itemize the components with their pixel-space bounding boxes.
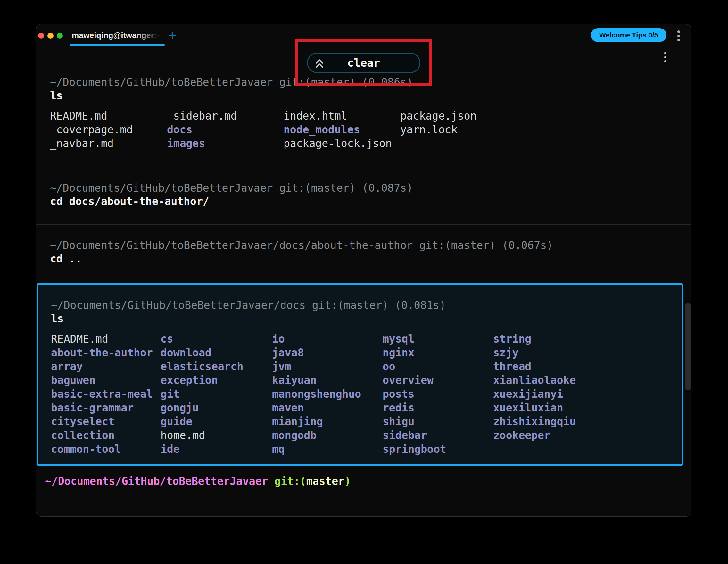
block-2-prompt-header: ~/Documents/GitHub/toBeBetterJavaergit:(…	[50, 181, 677, 195]
dir-entry: zhishixingqiu	[493, 415, 669, 428]
block-4-prompt-header: ~/Documents/GitHub/toBeBetterJavaer/docs…	[51, 299, 669, 312]
dir-entry: mq	[272, 442, 383, 456]
dir-entry: git	[161, 387, 272, 401]
block-2-git: git:(master)	[279, 182, 355, 194]
dir-entry: common-tool	[51, 442, 161, 456]
block-3-command: cd ..	[50, 252, 677, 266]
dir-entry: basic-grammar	[51, 401, 161, 415]
ls-output: README.md_sidebar.mdindex.htmlpackage.js…	[50, 109, 677, 150]
dir-entry: cs	[161, 332, 272, 346]
ls-output-row: baguwenexceptionkaiyuanoverviewxianliaol…	[51, 373, 669, 387]
dir-entry: docs	[167, 123, 284, 137]
scrollbar-thumb[interactable]	[685, 303, 691, 390]
new-tab-button[interactable]: +	[168, 24, 177, 47]
prompt-git-open: git:(	[274, 475, 306, 487]
ls-output-row: collectionhome.mdmongodbsidebarzookeeper	[51, 428, 669, 442]
file-entry: index.html	[284, 109, 400, 123]
dir-entry: sidebar	[383, 428, 493, 442]
dir-entry: download	[161, 346, 272, 360]
dir-entry: basic-extra-meal	[51, 387, 161, 401]
traffic-lights	[38, 24, 63, 47]
dir-entry: string	[493, 332, 669, 346]
prompt-branch: master	[306, 475, 344, 487]
dir-entry: array	[51, 360, 161, 373]
ls-output-row: README.md_sidebar.mdindex.htmlpackage.js…	[50, 109, 677, 123]
ls-output-row: basic-extra-mealgitmanongshenghuopostsxu…	[51, 387, 669, 401]
terminal-window: maweiqing@itwanger:~/Docum + Welcome Tip…	[36, 24, 691, 517]
terminal-content: ~/Documents/GitHub/toBeBetterJavaergit:(…	[36, 47, 691, 488]
block-menu-button[interactable]	[664, 52, 666, 62]
welcome-tips-button[interactable]: Welcome Tips 0/5	[591, 28, 666, 42]
block-4-duration: (0.081s)	[395, 299, 446, 311]
file-entry: _navbar.md	[50, 137, 167, 150]
block-3-git: git:(master)	[419, 239, 495, 252]
dir-entry: szjy	[493, 346, 669, 360]
dir-entry: springboot	[383, 442, 493, 456]
prompt-git-close: )	[344, 475, 351, 487]
dir-entry: images	[167, 137, 284, 150]
dir-entry: baguwen	[51, 373, 161, 387]
block-1-command: ls	[50, 89, 677, 103]
block-2-path: ~/Documents/GitHub/toBeBetterJavaer	[50, 182, 273, 194]
window-menu-button[interactable]	[677, 30, 680, 41]
block-2-command: cd docs/about-the-author/	[50, 195, 677, 208]
dir-entry: mianjing	[272, 415, 383, 428]
dir-entry: jvm	[272, 360, 383, 373]
file-entry: README.md	[51, 332, 161, 346]
dir-entry: xuexijianyi	[493, 387, 669, 401]
file-entry: yarn.lock	[400, 123, 677, 137]
dir-entry: posts	[383, 387, 493, 401]
command-block-4-selected[interactable]: ~/Documents/GitHub/toBeBetterJavaer/docs…	[37, 283, 683, 466]
dir-entry: mongodb	[272, 428, 383, 442]
close-button[interactable]	[38, 33, 44, 39]
tab-title: maweiqing@itwanger:~/Docum	[72, 31, 165, 40]
ls-output: README.mdcsiomysqlstringabout-the-author…	[51, 332, 669, 456]
dir-entry: xuexiluxian	[493, 401, 669, 415]
dir-entry: manongshenghuo	[272, 387, 383, 401]
dir-entry: xianliaolaoke	[493, 373, 669, 387]
file-entry: _sidebar.md	[167, 109, 284, 123]
dir-entry: java8	[272, 346, 383, 360]
block-1-path: ~/Documents/GitHub/toBeBetterJavaer	[50, 76, 273, 88]
ls-output-row: _coverpage.mddocsnode_modulesyarn.lock	[50, 123, 677, 137]
file-entry: package-lock.json	[284, 137, 400, 150]
dir-entry: guide	[161, 415, 272, 428]
dir-entry: maven	[272, 401, 383, 415]
file-entry: README.md	[50, 109, 167, 123]
block-3-prompt-header: ~/Documents/GitHub/toBeBetterJavaer/docs…	[50, 239, 677, 252]
active-tab-indicator	[70, 44, 165, 46]
file-entry: home.md	[161, 428, 272, 442]
dir-entry: ide	[161, 442, 272, 456]
ls-output-row: arrayelasticsearchjvmoothread	[51, 360, 669, 373]
dir-entry: kaiyuan	[272, 373, 383, 387]
dir-entry: collection	[51, 428, 161, 442]
ls-output-row: README.mdcsiomysqlstring	[51, 332, 669, 346]
annotation-rectangle	[295, 39, 432, 86]
shell-prompt: ~/Documents/GitHub/toBeBetterJavaergit:(…	[36, 475, 691, 488]
dir-entry: cityselect	[51, 415, 161, 428]
block-4-git: git:(master)	[312, 299, 388, 311]
dir-entry: gongju	[161, 401, 272, 415]
block-3-path: ~/Documents/GitHub/toBeBetterJavaer/docs…	[50, 239, 413, 252]
dir-entry: overview	[383, 373, 493, 387]
zoom-button[interactable]	[57, 33, 63, 39]
file-entry: _coverpage.md	[50, 123, 167, 137]
command-block-3[interactable]: ~/Documents/GitHub/toBeBetterJavaer/docs…	[36, 225, 691, 283]
minimize-button[interactable]	[47, 33, 54, 39]
command-block-2[interactable]: ~/Documents/GitHub/toBeBetterJavaergit:(…	[36, 170, 691, 225]
ls-output-row: basic-grammargongjumavenredisxuexiluxian	[51, 401, 669, 415]
ls-output-row: cityselectguidemianjingshiguzhishixingqi…	[51, 415, 669, 428]
dir-entry: redis	[383, 401, 493, 415]
block-2-duration: (0.087s)	[362, 182, 413, 194]
ls-output-row: common-toolidemqspringboot	[51, 442, 669, 456]
terminal-tab[interactable]: maweiqing@itwanger:~/Docum	[70, 24, 166, 47]
dir-entry: zookeeper	[493, 428, 669, 442]
dir-entry: exception	[161, 373, 272, 387]
dir-entry: shigu	[383, 415, 493, 428]
dir-entry: about-the-author	[51, 346, 161, 360]
ls-output-row: _navbar.mdimagespackage-lock.json	[50, 137, 677, 150]
block-4-command: ls	[51, 312, 669, 326]
dir-entry: io	[272, 332, 383, 346]
block-3-duration: (0.067s)	[502, 239, 553, 252]
dir-entry: thread	[493, 360, 669, 373]
